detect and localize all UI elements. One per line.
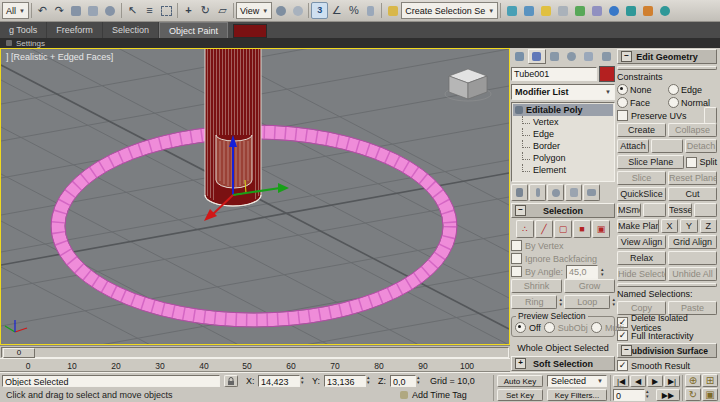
curve-editor-button[interactable]: [571, 2, 588, 20]
ribbon-color-swatch[interactable]: [233, 24, 267, 38]
quickslice-button[interactable]: QuickSlice: [617, 187, 666, 201]
ring-spinner[interactable]: ▴▾: [559, 297, 562, 307]
maximize-viewport-button[interactable]: ▣: [702, 388, 718, 401]
edge-subobject-button[interactable]: ╱: [535, 220, 553, 238]
vertex-subobject-button[interactable]: ∴: [516, 220, 534, 238]
relax-button[interactable]: Relax: [617, 251, 666, 265]
tessellate-button[interactable]: Tessellate: [668, 203, 692, 217]
reference-coordinate-dropdown[interactable]: View ▼: [236, 2, 272, 19]
selection-lock-button[interactable]: [224, 375, 238, 387]
stack-item-editable-poly[interactable]: Editable Poly: [513, 104, 613, 116]
use-pivot-center-button[interactable]: [272, 2, 289, 20]
y-spinner[interactable]: ▴▾: [367, 375, 370, 385]
preserve-uvs-checkbox[interactable]: [617, 110, 628, 121]
stack-item-polygon[interactable]: Polygon: [513, 152, 613, 164]
next-key-button[interactable]: ▶▶: [656, 389, 680, 401]
selection-rollout-header[interactable]: − Selection: [511, 203, 615, 218]
go-to-end-button[interactable]: ▶|: [664, 375, 680, 387]
polygon-subobject-button[interactable]: ■: [573, 220, 591, 238]
z-spinner[interactable]: ▴▾: [417, 375, 420, 385]
y-coordinate-field[interactable]: 13,136: [324, 375, 366, 387]
make-planar-y-button[interactable]: Y: [680, 219, 697, 233]
ribbon-tab-object-paint[interactable]: Object Paint: [159, 22, 228, 38]
attach-options-button[interactable]: [651, 139, 683, 153]
time-slider-track[interactable]: 0: [1, 347, 509, 358]
viewport-canvas[interactable]: [1, 49, 509, 344]
schematic-view-button[interactable]: [588, 2, 605, 20]
snap-toggle-button[interactable]: 3: [311, 2, 328, 20]
constraint-normal-radio[interactable]: [668, 97, 679, 108]
edit-geometry-rollout-header[interactable]: − Edit Geometry: [617, 49, 717, 64]
element-subobject-button[interactable]: ▣: [592, 220, 610, 238]
preview-subobj-radio[interactable]: [544, 322, 555, 333]
slice-plane-button[interactable]: Slice Plane: [617, 155, 684, 169]
reset-plane-button[interactable]: Reset Plane: [668, 171, 717, 185]
preview-multi-radio[interactable]: [591, 322, 602, 333]
angle-spinner[interactable]: ▴▾: [601, 267, 604, 277]
ring-button[interactable]: Ring: [511, 295, 557, 309]
graphite-ribbon-toggle-button[interactable]: [554, 2, 571, 20]
tab-hierarchy[interactable]: [546, 49, 563, 64]
ignore-backfacing-checkbox[interactable]: [511, 253, 522, 264]
loop-spinner[interactable]: ▴▾: [612, 297, 615, 307]
z-coordinate-field[interactable]: 0,0: [390, 375, 416, 387]
hide-selected-button[interactable]: Hide Selected: [617, 267, 666, 281]
ribbon-tab-selection[interactable]: Selection: [103, 22, 159, 38]
soft-selection-rollout-header[interactable]: + Soft Selection: [511, 356, 615, 371]
constraint-edge-radio[interactable]: [668, 84, 679, 95]
previous-frame-button[interactable]: ◀: [630, 375, 646, 387]
repeat-last-button[interactable]: Repeat Last: [617, 66, 717, 70]
perspective-viewport[interactable]: ] [Realistic + Edged Faces]: [0, 48, 510, 345]
preview-off-radio[interactable]: [515, 322, 526, 333]
make-planar-button[interactable]: Make Planar: [617, 219, 659, 233]
cut-button[interactable]: Cut: [668, 187, 717, 201]
align-button[interactable]: [520, 2, 537, 20]
orbit-tool-button[interactable]: ↻: [685, 388, 701, 401]
track-bar[interactable]: 0 10 20 30 40 50 60 70 80 90 100: [0, 358, 510, 372]
edit-named-selection-sets-button[interactable]: [384, 2, 401, 20]
collapse-icon[interactable]: −: [621, 345, 632, 356]
named-selection-set-dropdown[interactable]: Create Selection Se ▼: [401, 2, 498, 19]
expand-icon[interactable]: +: [515, 358, 526, 369]
view-align-button[interactable]: View Align: [617, 235, 666, 249]
stack-item-vertex[interactable]: Vertex: [513, 116, 613, 128]
auto-key-button[interactable]: Auto Key: [497, 375, 543, 387]
msmooth-options-button[interactable]: [643, 203, 667, 217]
gizmo-y-arrow-icon[interactable]: [278, 183, 289, 193]
rendered-frame-window-button[interactable]: [639, 2, 656, 20]
ribbon-tab-freeform[interactable]: Freeform: [47, 22, 103, 38]
loop-button[interactable]: Loop: [564, 295, 610, 309]
attach-button[interactable]: Attach: [617, 139, 649, 153]
make-planar-z-button[interactable]: Z: [700, 219, 717, 233]
play-button[interactable]: ▶: [647, 375, 663, 387]
selection-set-keying-dropdown[interactable]: Selected ▼: [547, 375, 607, 387]
percent-snap-button[interactable]: %: [345, 2, 362, 20]
collapse-icon[interactable]: −: [621, 51, 632, 62]
x-spinner[interactable]: ▴▾: [301, 375, 304, 385]
select-and-link-button[interactable]: [68, 2, 85, 20]
mirror-button[interactable]: [503, 2, 520, 20]
undo-button[interactable]: ↶: [34, 2, 51, 20]
tab-utilities[interactable]: [598, 49, 615, 64]
redo-button[interactable]: ↷: [51, 2, 68, 20]
select-and-scale-button[interactable]: ▱: [214, 2, 231, 20]
set-key-button[interactable]: Set Key: [497, 389, 543, 401]
current-frame-field[interactable]: 0: [613, 389, 645, 401]
constraint-face-radio[interactable]: [617, 97, 628, 108]
x-coordinate-field[interactable]: 14,423: [258, 375, 300, 387]
select-and-move-button[interactable]: +: [180, 2, 197, 20]
settings-label[interactable]: Settings: [16, 39, 45, 48]
stack-item-element[interactable]: Element: [513, 164, 613, 176]
pan-tool-button[interactable]: ⊞: [702, 374, 718, 387]
collapse-icon[interactable]: −: [515, 205, 526, 216]
by-angle-checkbox[interactable]: [511, 266, 522, 277]
msmooth-button[interactable]: MSmooth: [617, 203, 641, 217]
grow-button[interactable]: Grow: [564, 279, 615, 293]
zoom-tool-button[interactable]: ⊕: [685, 374, 701, 387]
shrink-button[interactable]: Shrink: [511, 279, 562, 293]
make-planar-x-button[interactable]: X: [661, 219, 678, 233]
detach-button[interactable]: Detach: [685, 139, 717, 153]
key-filters-button[interactable]: Key Filters...: [547, 389, 607, 401]
object-color-swatch[interactable]: [599, 66, 615, 82]
frame-spinner[interactable]: ▴▾: [646, 389, 649, 399]
